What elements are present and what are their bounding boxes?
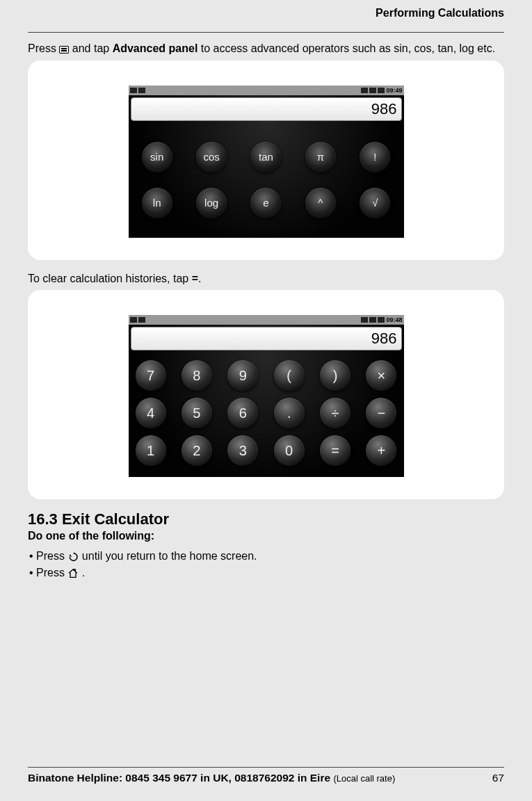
section-heading: 16.3 Exit Calculator — [28, 510, 504, 528]
phone-screenshot-basic: 09:48 986 789()×456.÷−1230=+ — [129, 315, 404, 477]
helpline-rate: (Local call rate) — [333, 773, 395, 784]
calc-key-3: 3 — [227, 435, 258, 466]
calc-key-÷: ÷ — [320, 398, 350, 428]
calc-key-+: + — [366, 435, 396, 466]
figure-basic-panel: 09:48 986 789()×456.÷−1230=+ — [28, 290, 504, 499]
calc-key-log: log — [196, 188, 227, 218]
status-time: 09:49 — [386, 87, 402, 94]
page-number: 67 — [492, 772, 504, 784]
calc-key-7: 7 — [136, 360, 166, 391]
status-bar: 09:49 — [129, 86, 404, 95]
signal-icon — [361, 88, 368, 93]
header-rule — [28, 32, 504, 33]
calc-key-5: 5 — [182, 398, 212, 428]
calc-key-sin: sin — [142, 142, 172, 172]
battery-icon — [369, 88, 376, 93]
calculator-display: 986 — [131, 97, 402, 121]
status-bar: 09:48 — [129, 315, 404, 325]
running-header: Performing Calculations — [28, 7, 504, 32]
calc-key-(: ( — [274, 360, 305, 391]
calc-key-): ) — [320, 360, 350, 391]
signal-icon — [361, 317, 368, 323]
calc-key-e: e — [250, 188, 281, 218]
instruction-clear-history: To clear calculation histories, tap =. — [28, 271, 504, 286]
calc-key-tan: tan — [250, 142, 281, 172]
home-icon — [67, 568, 79, 579]
calc-key-−: − — [366, 398, 396, 428]
calc-key-ln: ln — [142, 188, 172, 218]
calc-key-=: = — [320, 435, 350, 466]
alarm-icon — [378, 317, 385, 323]
exit-step-back: Press until you return to the home scree… — [29, 548, 504, 565]
status-icon — [130, 317, 137, 323]
phone-screenshot-advanced: 09:49 986 sincostanπ!lnloge^√ — [129, 86, 404, 238]
alarm-icon — [378, 88, 385, 93]
calc-key-4: 4 — [136, 398, 166, 428]
calc-key-!: ! — [360, 142, 390, 172]
back-icon — [67, 551, 79, 563]
instruction-advanced-panel: Press and tap Advanced panel to access a… — [28, 41, 504, 56]
calc-key-1: 1 — [136, 435, 166, 466]
calc-key-.: . — [274, 398, 305, 428]
menu-icon — [59, 46, 69, 54]
calc-key-π: π — [305, 142, 336, 172]
section-subhead: Do one of the following: — [28, 530, 504, 542]
page-footer: Binatone Helpline: 0845 345 9677 in UK, … — [28, 767, 504, 784]
calculator-display: 986 — [131, 327, 402, 350]
status-icon — [138, 317, 145, 323]
battery-icon — [369, 317, 376, 323]
exit-step-home: Press . — [29, 565, 504, 581]
calc-key-×: × — [366, 360, 396, 391]
calc-key-6: 6 — [227, 398, 258, 428]
status-time: 09:48 — [386, 316, 402, 323]
calc-key-0: 0 — [274, 435, 305, 466]
calc-key-9: 9 — [227, 360, 258, 391]
calc-key-√: √ — [360, 188, 390, 218]
calc-key-2: 2 — [182, 435, 212, 466]
calc-key-8: 8 — [182, 360, 212, 391]
status-icon — [130, 88, 137, 93]
calc-key-cos: cos — [196, 142, 227, 172]
figure-advanced-panel: 09:49 986 sincostanπ!lnloge^√ — [28, 60, 504, 260]
status-icon — [138, 88, 145, 93]
calc-key-^: ^ — [305, 188, 336, 218]
helpline-text: Binatone Helpline: 0845 345 9677 in UK, … — [28, 772, 333, 784]
